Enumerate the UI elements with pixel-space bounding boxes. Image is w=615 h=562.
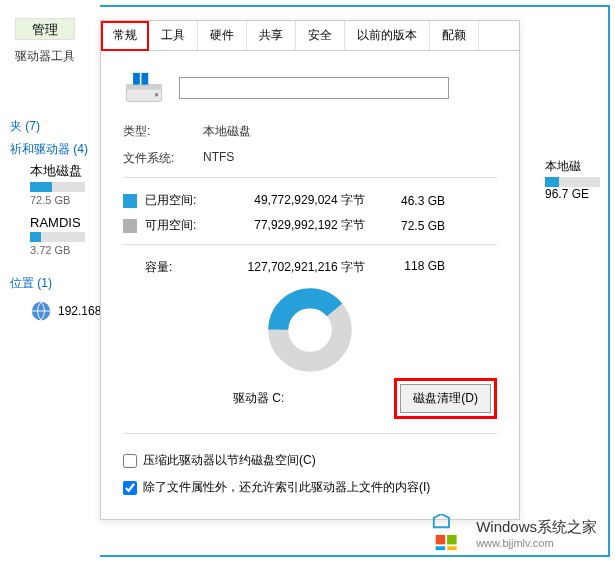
free-color-swatch bbox=[123, 219, 137, 233]
index-label: 除了文件属性外，还允许索引此驱动器上文件的内容(I) bbox=[143, 479, 430, 496]
capacity-label: 容量: bbox=[123, 259, 225, 276]
list-item[interactable]: 192.168 bbox=[30, 300, 101, 322]
type-label: 类型: bbox=[123, 123, 203, 140]
svg-rect-9 bbox=[436, 535, 446, 545]
watermark-url: www.bjjmlv.com bbox=[476, 537, 597, 549]
tab-bar: 常规 工具 硬件 共享 安全 以前的版本 配额 bbox=[101, 21, 519, 51]
tab-quota[interactable]: 配额 bbox=[430, 21, 479, 50]
used-space-gb: 46.3 GB bbox=[385, 194, 445, 208]
watermark-title: Windows系统之家 bbox=[476, 518, 597, 537]
free-space-label: 可用空间: bbox=[145, 217, 225, 234]
svg-rect-12 bbox=[447, 546, 457, 550]
drive-icon bbox=[123, 69, 165, 107]
svg-rect-11 bbox=[436, 546, 446, 550]
used-space-bytes: 49,772,929,024 字节 bbox=[225, 192, 385, 209]
drive-usage-bar bbox=[545, 177, 600, 187]
svg-rect-10 bbox=[447, 535, 457, 545]
filesystem-value: NTFS bbox=[203, 150, 234, 167]
drive-usage-bar bbox=[30, 232, 85, 242]
drive-name: RAMDIS bbox=[30, 215, 85, 230]
drive-letter-label: 驱动器 C: bbox=[123, 390, 394, 407]
windows-logo-icon bbox=[430, 514, 468, 552]
svg-point-5 bbox=[155, 93, 158, 96]
index-checkbox[interactable] bbox=[123, 481, 137, 495]
used-space-label: 已用空间: bbox=[145, 192, 225, 209]
network-label: 192.168 bbox=[58, 304, 101, 318]
watermark: Windows系统之家 www.bjjmlv.com bbox=[430, 514, 597, 552]
free-space-gb: 72.5 GB bbox=[385, 219, 445, 233]
filesystem-label: 文件系统: bbox=[123, 150, 203, 167]
type-value: 本地磁盘 bbox=[203, 123, 251, 140]
compress-checkbox[interactable] bbox=[123, 454, 137, 468]
tab-sharing[interactable]: 共享 bbox=[247, 21, 296, 50]
folders-section[interactable]: 夹 (7) bbox=[10, 118, 40, 135]
list-item[interactable]: RAMDIS 3.72 GB bbox=[30, 215, 85, 256]
drive-size: 3.72 GB bbox=[30, 244, 85, 256]
drive-name: 本地磁 bbox=[545, 158, 600, 175]
svg-marker-8 bbox=[434, 514, 449, 527]
network-icon bbox=[30, 300, 52, 322]
usage-donut-chart bbox=[268, 288, 352, 372]
drives-section[interactable]: 祈和驱动器 (4) bbox=[10, 141, 88, 158]
drive-name: 本地磁盘 bbox=[30, 162, 85, 180]
manage-button[interactable]: 管理 bbox=[15, 18, 75, 40]
location-section[interactable]: 位置 (1) bbox=[10, 275, 52, 292]
tab-general[interactable]: 常规 bbox=[101, 21, 149, 51]
drive-size: 96.7 GE bbox=[545, 187, 600, 201]
list-item[interactable]: 本地磁盘 72.5 GB bbox=[30, 162, 85, 206]
tab-previous-versions[interactable]: 以前的版本 bbox=[345, 21, 430, 50]
tab-security[interactable]: 安全 bbox=[296, 21, 345, 50]
disk-cleanup-button[interactable]: 磁盘清理(D) bbox=[400, 384, 491, 413]
drive-name-input[interactable] bbox=[179, 77, 449, 99]
drive-size: 72.5 GB bbox=[30, 194, 85, 206]
free-space-bytes: 77,929,992,192 字节 bbox=[225, 217, 385, 234]
tab-tools[interactable]: 工具 bbox=[149, 21, 198, 50]
drive-tools-label: 驱动器工具 bbox=[15, 48, 75, 65]
capacity-bytes: 127,702,921,216 字节 bbox=[225, 259, 385, 276]
compress-label: 压缩此驱动器以节约磁盘空间(C) bbox=[143, 452, 316, 469]
drive-usage-bar bbox=[30, 182, 85, 192]
svg-rect-4 bbox=[141, 73, 148, 85]
used-color-swatch bbox=[123, 194, 137, 208]
capacity-gb: 118 GB bbox=[385, 259, 445, 276]
list-item[interactable]: 本地磁 96.7 GE bbox=[545, 158, 600, 201]
svg-rect-2 bbox=[126, 85, 161, 90]
svg-rect-3 bbox=[133, 73, 140, 85]
tab-hardware[interactable]: 硬件 bbox=[198, 21, 247, 50]
properties-dialog: 常规 工具 硬件 共享 安全 以前的版本 配额 类型: 本地磁盘 文件系统: N… bbox=[100, 20, 520, 520]
